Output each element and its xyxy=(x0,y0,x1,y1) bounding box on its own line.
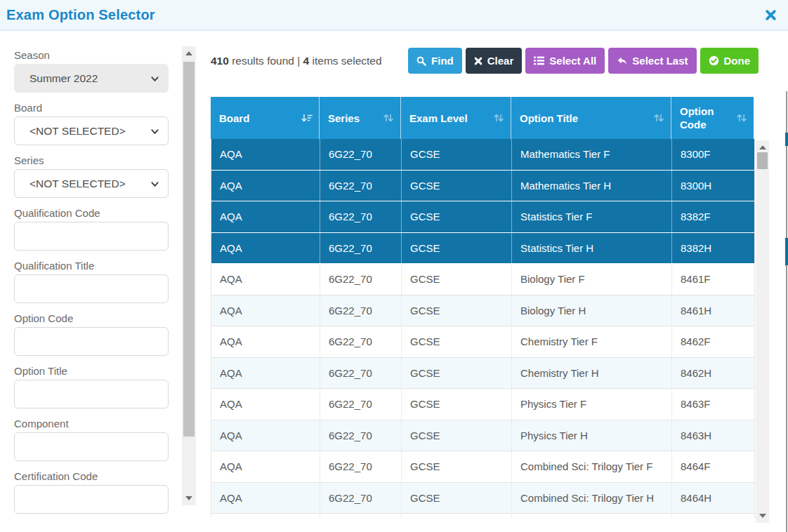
table-row[interactable]: AQA6G22_70GCSEStatistics Tier H8382H xyxy=(211,233,754,265)
select-value: <NOT SELECTED> xyxy=(29,170,126,198)
scroll-down-icon[interactable] xyxy=(759,514,766,518)
select-all-button[interactable]: Select All xyxy=(525,48,605,74)
column-header-board[interactable]: Board xyxy=(211,97,320,139)
table-cell: GCSE xyxy=(402,233,512,264)
table-cell: Combined Sci: Trilogy Tier F xyxy=(512,451,672,482)
table-cell: AQA xyxy=(211,326,320,357)
table-cell: Mathematics Tier F xyxy=(512,139,672,170)
table-row[interactable]: AQA6G22_70GCSEChemistry Tier F8462F xyxy=(211,326,754,358)
certification-code-label: Certification Code xyxy=(14,470,169,482)
sort-icon xyxy=(652,114,665,123)
board-label: Board xyxy=(14,102,169,114)
x-icon xyxy=(474,57,482,65)
table-cell: AQA xyxy=(211,483,320,514)
table-cell: Physics Tier F xyxy=(512,389,672,420)
done-button[interactable]: Done xyxy=(700,48,759,74)
table-cell: AQA xyxy=(211,295,320,326)
close-button[interactable] xyxy=(763,8,778,24)
table-cell: GCSE xyxy=(402,139,512,170)
scroll-up-icon[interactable] xyxy=(185,51,192,55)
column-header-option-title[interactable]: Option Title xyxy=(511,97,671,139)
modal-header: Exam Option Selector xyxy=(0,0,788,31)
table-row[interactable]: AQA6G22_70GCSEStatistics Tier F8382F xyxy=(211,201,754,233)
table-cell: 6G22_70 xyxy=(320,326,402,357)
table-row[interactable] xyxy=(211,514,754,518)
column-label: Option Title xyxy=(520,112,578,125)
component-input[interactable] xyxy=(14,432,169,461)
table-cell xyxy=(512,514,672,518)
selected-count: 4 xyxy=(303,55,310,67)
qualification-code-input[interactable] xyxy=(14,222,169,251)
sidebar-scrollbar[interactable] xyxy=(182,46,196,505)
qualification-code-label: Qualification Code xyxy=(14,207,169,219)
column-header-series[interactable]: Series xyxy=(320,97,401,139)
button-label: Find xyxy=(431,55,454,67)
option-title-input[interactable] xyxy=(14,380,169,408)
table-cell: AQA xyxy=(211,264,320,295)
table-header: BoardSeriesExam LevelOption TitleOption … xyxy=(211,97,754,139)
table-row[interactable]: AQA6G22_70GCSEMathematics Tier F8300F xyxy=(211,139,754,171)
table-cell: Statistics Tier H xyxy=(512,233,672,264)
table-row[interactable]: AQA6G22_70GCSEChemistry Tier H8462H xyxy=(211,358,754,390)
select-last-button[interactable]: Select Last xyxy=(608,48,696,74)
select-value: Summer 2022 xyxy=(29,65,98,93)
table-cell: 8464H xyxy=(672,483,754,514)
table-cell: GCSE xyxy=(402,295,512,326)
modal-title: Exam Option Selector xyxy=(0,7,155,23)
table-cell: AQA xyxy=(211,389,320,420)
table-cell: 6G22_70 xyxy=(320,420,402,451)
table-cell: 8461H xyxy=(672,295,754,326)
button-label: Done xyxy=(724,55,751,67)
board-select[interactable]: <NOT SELECTED> xyxy=(14,117,169,145)
table-cell: 6G22_70 xyxy=(320,233,402,264)
table-cell: 8300H xyxy=(672,171,754,201)
certification-code-input[interactable] xyxy=(14,485,169,514)
table-cell: Biology Tier F xyxy=(512,264,672,295)
table-cell: 6G22_70 xyxy=(320,295,402,326)
scroll-up-icon[interactable] xyxy=(759,145,766,149)
table-cell: AQA xyxy=(211,233,320,264)
table-row[interactable]: AQA6G22_70GCSEBiology Tier H8461H xyxy=(211,295,754,327)
sidebar-fields: SeasonSummer 2022Board<NOT SELECTED>Seri… xyxy=(14,49,169,514)
table-cell: 6G22_70 xyxy=(320,483,402,514)
table-scrollbar[interactable] xyxy=(756,140,769,523)
table-cell: Mathematics Tier H xyxy=(512,171,672,201)
table-cell: 8463F xyxy=(672,389,754,420)
sort-icon xyxy=(735,114,748,123)
series-select[interactable]: <NOT SELECTED> xyxy=(14,169,169,198)
sort-amount-desc-icon xyxy=(301,114,313,123)
column-header-option-code[interactable]: Option Code xyxy=(671,97,754,139)
check-icon xyxy=(709,55,719,66)
table-row[interactable]: AQA6G22_70GCSECombined Sci: Trilogy Tier… xyxy=(211,451,754,483)
table-row[interactable]: AQA6G22_70GCSEPhysics Tier F8463F xyxy=(211,389,754,420)
table-row[interactable]: AQA6G22_70GCSEPhysics Tier H8463H xyxy=(211,420,754,452)
table-cell: GCSE xyxy=(402,451,512,482)
column-label: Series xyxy=(328,112,360,125)
find-button[interactable]: Find xyxy=(408,48,462,74)
toolbar: 410 results found | 4 items selected Fin… xyxy=(211,48,759,74)
close-icon xyxy=(765,9,777,23)
table-cell xyxy=(402,514,512,518)
table-cell: 8462H xyxy=(672,358,754,389)
table-row[interactable]: AQA6G22_70GCSECombined Sci: Trilogy Tier… xyxy=(211,483,754,514)
table-row[interactable]: AQA6G22_70GCSEBiology Tier F8461F xyxy=(211,264,754,295)
season-select[interactable]: Summer 2022 xyxy=(14,64,169,93)
column-header-exam-level[interactable]: Exam Level xyxy=(401,97,511,139)
table-cell: 6G22_70 xyxy=(320,389,402,420)
scroll-down-icon[interactable] xyxy=(185,496,192,500)
table-scrollbar-thumb[interactable] xyxy=(757,152,768,169)
table-row[interactable]: AQA6G22_70GCSEMathematics Tier H8300H xyxy=(211,171,754,202)
sidebar-scrollbar-thumb[interactable] xyxy=(183,62,195,437)
season-label: Season xyxy=(14,49,169,61)
table-cell: AQA xyxy=(211,420,320,451)
table-cell: GCSE xyxy=(402,358,512,389)
table-cell xyxy=(320,514,402,518)
clear-button[interactable]: Clear xyxy=(466,48,523,74)
filter-sidebar: SeasonSummer 2022Board<NOT SELECTED>Seri… xyxy=(14,31,169,532)
qualification-title-input[interactable] xyxy=(14,274,169,303)
option-code-input[interactable] xyxy=(14,327,169,356)
button-label: Select All xyxy=(549,55,596,67)
results-table: BoardSeriesExam LevelOption TitleOption … xyxy=(211,97,755,518)
table-cell: GCSE xyxy=(402,264,512,295)
table-cell: 8300F xyxy=(672,139,754,170)
